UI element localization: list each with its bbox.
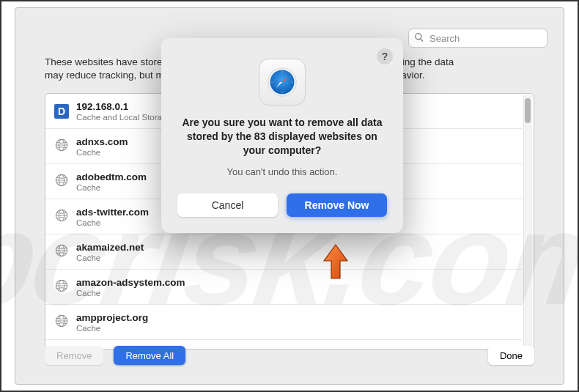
cancel-button[interactable]: Cancel [177,193,278,217]
safari-icon [259,59,306,106]
dialog-subtitle: You can't undo this action. [177,166,387,177]
window-frame: These websites have stored data that can… [0,0,579,392]
cursor-arrow-icon [321,243,350,281]
svg-marker-26 [324,245,347,278]
help-button[interactable]: ? [377,48,393,64]
dialog-title: Are you sure you want to remove all data… [177,116,387,158]
confirm-dialog: ? [161,38,403,233]
remove-now-button[interactable]: Remove Now [287,193,387,217]
modal-overlay: ? [1,1,578,391]
